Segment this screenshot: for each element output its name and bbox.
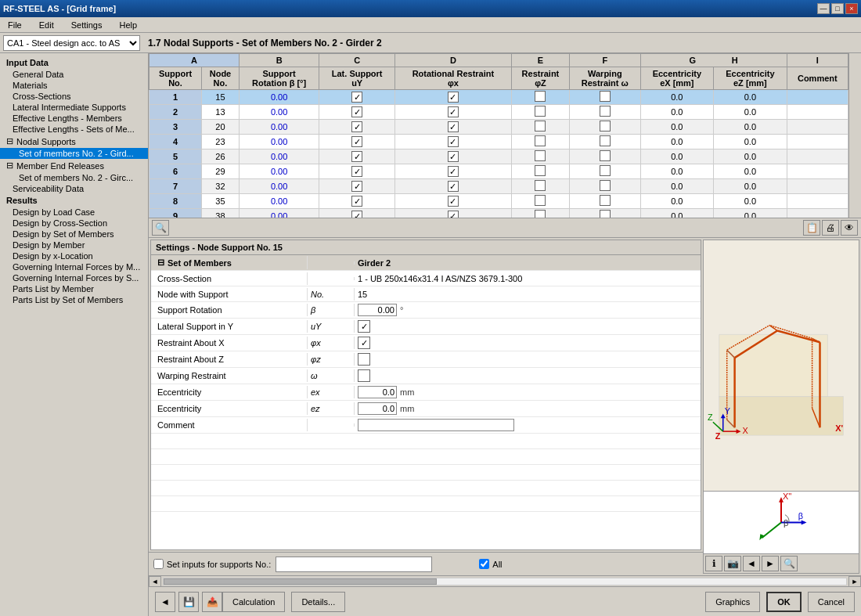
table-row[interactable]: 5 — [150, 149, 202, 164]
menu-edit[interactable]: Edit — [34, 19, 59, 31]
menu-help[interactable]: Help — [114, 19, 142, 31]
calculation-button[interactable]: Calculation — [222, 592, 285, 612]
warping-value[interactable] — [355, 368, 701, 384]
sidebar-item-serviceability[interactable]: Serviceability Data — [0, 183, 148, 194]
table-row[interactable]: 3 — [150, 120, 202, 135]
sidebar-item-materials[interactable]: Materials — [0, 80, 148, 91]
maximize-button[interactable]: □ — [831, 3, 844, 14]
warping-checkbox[interactable] — [358, 369, 370, 382]
comment-value[interactable] — [355, 417, 701, 433]
close-button[interactable]: × — [845, 3, 858, 14]
minimize-button[interactable]: — — [817, 3, 830, 14]
table-row[interactable]: 1 — [150, 90, 202, 105]
comment-input[interactable] — [358, 419, 514, 431]
menu-bar: File Edit Settings Help — [0, 17, 861, 33]
sidebar-item-design-cross-section[interactable]: Design by Cross-Section — [0, 218, 148, 229]
sidebar-item-effective-lengths-members[interactable]: Effective Lengths - Members — [0, 113, 148, 124]
graphics-button[interactable]: Graphics — [705, 592, 760, 612]
sidebar-item-effective-lengths-sets[interactable]: Effective Lengths - Sets of Me... — [0, 124, 148, 135]
table-row[interactable]: 9 — [150, 209, 202, 218]
sidebar-item-design-x-location[interactable]: Design by x-Location — [0, 250, 148, 261]
settings-panel: Settings - Node Support No. 15 ⊟ Set of … — [150, 240, 701, 550]
sidebar-item-governing-set[interactable]: Governing Internal Forces by S... — [0, 272, 148, 283]
sidebar-item-parts-set[interactable]: Parts List by Set of Members — [0, 294, 148, 305]
camera-btn[interactable]: 📷 — [724, 556, 741, 571]
rotation-input[interactable] — [358, 304, 397, 316]
ecc-x-value[interactable]: mm — [355, 384, 701, 400]
info-btn-3d[interactable]: ℹ — [705, 556, 722, 571]
footer: ◄ 💾 📤 Calculation Details... Graphics OK… — [149, 586, 861, 616]
col-ecc-z: EccentricityeZ [mm] — [714, 67, 787, 90]
table-scrollbar[interactable] — [848, 53, 861, 218]
table-row[interactable]: 4 — [150, 135, 202, 149]
horizontal-scrollbar[interactable]: ◄ ► — [149, 575, 861, 586]
ecc-z-input[interactable] — [358, 402, 397, 415]
col-F-header: F — [570, 54, 640, 67]
empty-row-1 — [151, 434, 701, 449]
sidebar-item-design-member[interactable]: Design by Member — [0, 240, 148, 250]
rotate-left-btn[interactable]: ◄ — [743, 556, 760, 571]
sidebar-item-parts-member[interactable]: Parts List by Member — [0, 283, 148, 294]
restraint-z-checkbox[interactable] — [358, 353, 370, 366]
view-btn[interactable]: 👁 — [841, 220, 858, 236]
col-comment: Comment — [787, 67, 848, 90]
set-inputs-checkbox[interactable] — [153, 559, 164, 569]
scroll-right-btn[interactable]: ► — [848, 576, 861, 587]
table-row[interactable]: 2 — [150, 105, 202, 120]
sidebar-item-general-data[interactable]: General Data — [0, 69, 148, 80]
lat-support-value[interactable] — [355, 319, 701, 334]
supports-no-input[interactable] — [276, 557, 432, 572]
export-btn[interactable]: 📋 — [803, 220, 820, 236]
cancel-button[interactable]: Cancel — [808, 592, 855, 612]
ecc-z-label: Eccentricity — [151, 402, 308, 415]
svg-text:X': X' — [835, 423, 843, 433]
ecc-z-value[interactable]: mm — [355, 401, 701, 416]
ok-button[interactable]: OK — [766, 592, 802, 612]
restraint-x-checkbox[interactable] — [358, 337, 370, 349]
sidebar-group-member-end[interactable]: ⊟ Member End Releases — [0, 159, 148, 172]
empty-row-3 — [151, 465, 701, 481]
details-button[interactable]: Details... — [291, 592, 345, 612]
zoom-table-btn[interactable]: 🔍 — [152, 220, 169, 236]
sidebar-item-design-set-members[interactable]: Design by Set of Members — [0, 229, 148, 240]
footer-icon-btn-3[interactable]: 📤 — [202, 592, 222, 612]
footer-icon-btn-1[interactable]: ◄ — [155, 592, 175, 612]
3d-view: Z X' Y X — [703, 240, 859, 574]
col-rotation: SupportRotation β [°] — [239, 67, 319, 90]
structure-svg: Z X' Y X — [704, 240, 859, 491]
sidebar-item-set-members-nodal[interactable]: Set of members No. 2 - Gird... — [0, 148, 148, 159]
settings-row-rotation: Support Rotation β ° — [151, 302, 701, 319]
sidebar-item-set-members-end[interactable]: Set of members No. 2 - Girc... — [0, 172, 148, 183]
sidebar-group-nodal-supports[interactable]: ⊟ Nodal Supports — [0, 135, 148, 148]
restraint-z-value[interactable] — [355, 351, 701, 367]
table-row[interactable]: 6 — [150, 164, 202, 179]
sidebar-item-cross-sections[interactable]: Cross-Sections — [0, 91, 148, 102]
zoom-3d-btn[interactable]: 🔍 — [780, 556, 798, 571]
scroll-thumb[interactable] — [164, 578, 437, 585]
ecc-x-input[interactable] — [358, 386, 397, 398]
rotate-right-btn[interactable]: ► — [762, 556, 779, 571]
cross-section-label: Cross-Section — [151, 272, 308, 285]
sidebar-group-member-label: Member End Releases — [16, 161, 104, 171]
table-row[interactable]: 7 — [150, 179, 202, 194]
sidebar-item-lateral-intermediate[interactable]: Lateral Intermediate Supports — [0, 102, 148, 113]
sidebar-item-governing-member[interactable]: Governing Internal Forces by M... — [0, 261, 148, 272]
restraint-x-value[interactable] — [355, 335, 701, 351]
lat-support-checkbox[interactable] — [358, 320, 370, 333]
print-btn[interactable]: 🖨 — [822, 220, 839, 236]
scroll-left-btn[interactable]: ◄ — [149, 576, 161, 587]
empty-row-5 — [151, 496, 701, 512]
footer-icon-btn-2[interactable]: 💾 — [178, 592, 199, 612]
all-checkbox[interactable] — [479, 559, 489, 569]
menu-settings[interactable]: Settings — [67, 19, 107, 31]
menu-file[interactable]: File — [3, 19, 27, 31]
sidebar-group-label: Nodal Supports — [16, 137, 76, 146]
design-case-select[interactable]: CA1 - Steel design acc. to AS — [3, 35, 140, 51]
mini-svg: X'' β β — [704, 492, 859, 553]
set-members-symbol — [308, 261, 355, 265]
scroll-track[interactable] — [163, 578, 847, 585]
sidebar-item-design-load-case[interactable]: Design by Load Case — [0, 207, 148, 218]
rotation-value[interactable]: ° — [355, 302, 701, 318]
col-rot-z: RestraintφZ — [511, 67, 569, 90]
table-row[interactable]: 8 — [150, 194, 202, 209]
